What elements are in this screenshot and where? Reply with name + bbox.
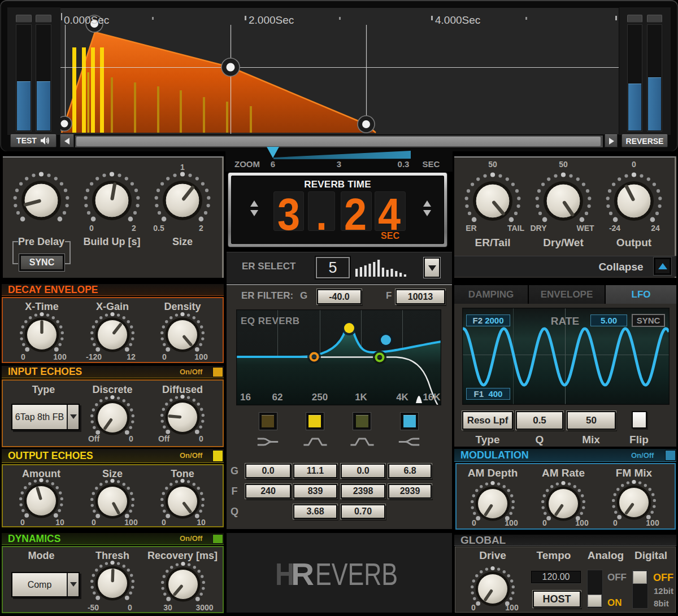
svg-text:16K: 16K [423,392,441,403]
svg-text:0.3: 0.3 [398,159,410,169]
svg-text:62: 62 [272,392,283,403]
svg-text:4K: 4K [396,392,408,403]
svg-text:SEC: SEC [423,159,440,169]
svg-text:250: 250 [312,392,328,403]
svg-text:1K: 1K [355,392,367,403]
svg-text:3: 3 [337,159,341,169]
svg-text:4.000Sec: 4.000Sec [435,14,480,26]
svg-text:2.000Sec: 2.000Sec [249,14,294,26]
svg-text:R: R [291,557,314,592]
svg-text:6: 6 [271,159,275,169]
svg-text:ZOOM: ZOOM [234,159,260,169]
svg-text:EVERB: EVERB [315,557,398,592]
svg-text:16: 16 [240,392,251,403]
svg-text:0.000Sec: 0.000Sec [64,14,109,26]
svg-text:EQ REVERB: EQ REVERB [241,316,300,326]
